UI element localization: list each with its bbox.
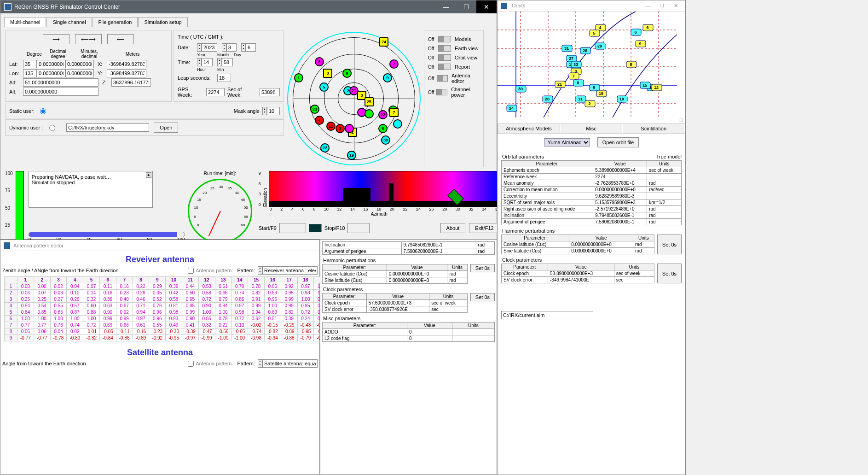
minimize-button[interactable]: ― — [436, 0, 456, 13]
set0s-harm-right[interactable]: Set 0s — [657, 235, 682, 254]
tab-simsetup[interactable]: Simulation setup — [138, 17, 187, 27]
gpsw-input[interactable] — [206, 88, 225, 96]
lon-deg-input[interactable] — [23, 69, 37, 77]
stop-button[interactable] — [347, 223, 370, 233]
app-icon — [4, 3, 12, 11]
static-user-radio[interactable] — [40, 108, 46, 114]
main-control-window: ReGen GNSS RF Simulator Control Center ―… — [0, 0, 497, 240]
hour-input[interactable] — [202, 58, 213, 66]
about-button[interactable]: About — [440, 223, 466, 233]
set0s-clock-left[interactable]: Set 0s — [470, 293, 495, 301]
log-scroll-up-icon[interactable]: ▲ — [146, 172, 151, 178]
alt2-input[interactable] — [23, 88, 98, 96]
orbital-params-table: Parameter:ValueUnits Ephemeris epoch5.38… — [501, 160, 682, 225]
month-stepper[interactable]: ▲▼ — [222, 43, 226, 52]
lon-dec-input[interactable] — [37, 69, 65, 77]
toggle-antenna-editor[interactable] — [437, 75, 448, 82]
svg-text:7: 7 — [572, 74, 574, 78]
orbits-panel-minimize[interactable]: ― — [670, 118, 675, 123]
orbits-panel-maximize[interactable]: ☐ — [679, 118, 683, 123]
set0s-harm-left[interactable]: Set 0s — [470, 264, 495, 272]
set0s-clock-right[interactable]: Set 0s — [657, 264, 682, 283]
orbit-sat-24: 24 — [507, 105, 517, 111]
open-orbit-file-button[interactable]: Open orbit file — [597, 137, 639, 147]
svg-text:21: 21 — [557, 82, 562, 87]
sv-19: 19 — [347, 151, 356, 160]
gtick-25: 25 — [210, 186, 214, 190]
hour-stepper[interactable]: ▲▼ — [197, 58, 202, 66]
orbit-sat-15: 15 — [640, 82, 650, 88]
et9: 9 — [259, 171, 261, 176]
toggle-earth-view[interactable] — [438, 45, 451, 52]
tab-singlechannel[interactable]: Single channel — [46, 17, 92, 27]
mask-stepper[interactable]: ▲▼ — [262, 107, 267, 115]
almanac-select[interactable]: Yuma Almanac — [544, 138, 590, 147]
runtime-gauge: 051015202530354045505560 — [188, 179, 252, 243]
time-header: Time ( UTC / GMT ): — [178, 34, 224, 40]
toggle-channel-power[interactable] — [436, 89, 447, 95]
toggle-models[interactable] — [438, 36, 451, 42]
az-0: 0 — [270, 207, 272, 211]
lat-dec-input[interactable] — [37, 60, 65, 68]
nav-both-button[interactable]: ⟵⟶ — [75, 34, 102, 44]
x-input[interactable] — [107, 60, 146, 68]
open-trajectory-button[interactable]: Open — [154, 123, 178, 133]
alt-input[interactable] — [23, 78, 98, 87]
leap-input[interactable] — [217, 74, 231, 82]
svg-text:26: 26 — [583, 48, 587, 53]
svg-text:27: 27 — [569, 56, 573, 61]
az-8: 8 — [313, 207, 315, 211]
exit-button[interactable]: Exit/F12 — [469, 223, 499, 233]
min-input[interactable] — [222, 58, 233, 66]
maximize-button[interactable]: ☐ — [456, 0, 476, 13]
pattern-stepper-2[interactable]: ▲▼ — [258, 359, 262, 368]
pattern-stepper-1[interactable]: ▲▼ — [258, 266, 262, 275]
day-input[interactable] — [246, 43, 256, 52]
y-input[interactable] — [107, 69, 146, 77]
gtick-40: 40 — [235, 191, 239, 195]
orbits-minimize-button[interactable]: ― — [641, 3, 655, 9]
min-stepper[interactable]: ▲▼ — [217, 58, 222, 66]
tab-filegen[interactable]: File generation — [93, 17, 138, 27]
receiver-antenna-heading: Reveiver antenna — [2, 255, 318, 264]
orbit-sat-29: 29 — [595, 43, 605, 49]
sv-7: 7 — [389, 108, 399, 117]
z-input[interactable] — [111, 78, 151, 87]
tab-atmospheric[interactable]: Atmospheric Models — [498, 124, 560, 133]
progress-slider[interactable] — [29, 232, 185, 237]
toggle-report[interactable] — [438, 64, 451, 70]
tab-misc[interactable]: Misc — [561, 124, 623, 133]
start-button[interactable] — [279, 223, 306, 233]
yscale-25: 25 — [5, 223, 13, 228]
orbits-titlebar: Orbits ― ☐ ✕ — [498, 0, 685, 12]
day-stepper[interactable]: ▲▼ — [241, 43, 246, 52]
nav-back-button[interactable]: ⟵ — [107, 34, 134, 44]
toggle-orbit-view[interactable] — [438, 54, 451, 61]
satellite-pattern-input[interactable] — [262, 359, 318, 368]
year-stepper[interactable]: ▲▼ — [197, 43, 202, 52]
antenna-pattern-checkbox-1[interactable] — [188, 268, 194, 274]
year-lbl: Year — [197, 53, 217, 57]
year-input[interactable] — [202, 43, 217, 52]
main-title: ReGen GNSS RF Simulator Control Center — [14, 4, 436, 10]
lon-min-input[interactable] — [65, 69, 94, 77]
tab-multichannel[interactable]: Multi-channel — [4, 17, 46, 27]
sow-input[interactable] — [260, 88, 280, 96]
sv-25: 25 — [365, 97, 374, 106]
tab-scintillation[interactable]: Scintillation — [623, 124, 684, 133]
lat-min-input[interactable] — [65, 60, 94, 68]
az-18: 18 — [376, 207, 381, 211]
antenna-pattern-checkbox-2[interactable] — [188, 361, 194, 367]
orbits-maximize-button[interactable]: ☐ — [655, 3, 669, 9]
orbits-close-button[interactable]: ✕ — [669, 3, 683, 9]
close-button[interactable]: ✕ — [476, 0, 497, 13]
orbit-file-path[interactable] — [501, 311, 593, 319]
trajectory-path-input[interactable] — [66, 123, 149, 132]
mask-input[interactable] — [267, 107, 280, 115]
dynamic-user-radio[interactable] — [49, 125, 55, 131]
receiver-pattern-input[interactable] — [262, 266, 318, 275]
lat-deg-input[interactable] — [23, 60, 37, 68]
svg-text:10: 10 — [619, 97, 624, 101]
month-input[interactable] — [226, 43, 237, 52]
nav-forward-button[interactable]: ⟶ — [43, 34, 69, 44]
